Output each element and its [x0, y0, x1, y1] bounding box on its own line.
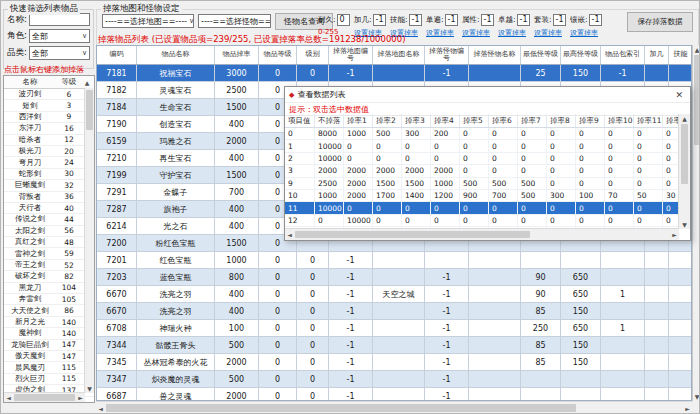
drop-table-column-header[interactable]: 物品包索引	[601, 46, 645, 64]
dialog-column-header[interactable]: 掉率12	[663, 114, 679, 127]
class-select[interactable]: 全部 ∨	[29, 46, 90, 60]
dialog-column-header[interactable]: 掉率9	[576, 114, 605, 127]
attribute-field-input[interactable]: -1	[589, 14, 602, 26]
scroll-left-icon[interactable]: ◄	[4, 394, 13, 401]
drop-table-column-header[interactable]: 最低怪等级	[521, 46, 561, 64]
item-list-row[interactable]: 天行者40	[4, 203, 94, 214]
drop-table-row[interactable]: 7344骷髅王骨头50000-1-185150	[97, 337, 691, 354]
drop-table-row[interactable]: 6670洗亮之羽40000-1天空之城-1906501	[97, 286, 691, 303]
drop-table-row[interactable]: 6687兽之灵魂200000-1-1	[97, 388, 691, 401]
drop-table-row[interactable]: 6670洗亮之羽40000-1-185150	[97, 303, 691, 320]
monster-select[interactable]: ----==选择怪物==---- ∨	[198, 14, 271, 28]
dialog-column-header[interactable]: 掉率11	[634, 114, 663, 127]
item-list-row[interactable]: 巨蜥魔剑32	[4, 180, 94, 191]
set-drop-rate-link[interactable]: 设置掉率	[570, 28, 603, 38]
drop-table-column-header[interactable]: 级别	[297, 46, 329, 64]
item-list-row[interactable]: 西洋剑9	[4, 112, 94, 123]
scroll-left-icon[interactable]: ◄	[96, 405, 105, 412]
drop-table-column-header[interactable]: 技能	[669, 46, 692, 64]
drop-table-column-header[interactable]: 掉落地图编号	[329, 46, 373, 64]
drop-table-column-header[interactable]: 掉落怪物编号	[425, 46, 469, 64]
item-list-row[interactable]: 东洋刀16	[4, 123, 94, 134]
item-list-row[interactable]: 破坏之剑82	[4, 271, 94, 282]
drop-table-column-header[interactable]: 物品掉率	[215, 46, 259, 64]
item-list-row[interactable]: 背叛者36	[4, 192, 94, 203]
drop-table-column-header[interactable]: 掉落地图名称	[373, 46, 425, 64]
item-list-row[interactable]: 短剑3	[4, 100, 94, 111]
item-list-row[interactable]: 蛇形剑30	[4, 169, 94, 180]
item-list-body[interactable]: 波刃剑6短剑3西洋剑9东洋刀16暗杀者12极光刀20弯月刀24蛇形剑30巨蜥魔剑…	[4, 89, 94, 403]
drop-table-column-header[interactable]: 物品等级	[259, 46, 297, 64]
item-list-row[interactable]: 暗杀者12	[4, 135, 94, 146]
drop-table-hscrollbar[interactable]: ◄ ►	[96, 401, 692, 414]
dialog-column-header[interactable]: 掉率10	[605, 114, 634, 127]
scroll-right-icon[interactable]: ►	[76, 394, 85, 401]
drop-table-row[interactable]: 7201红色宝瓶100000-1	[97, 252, 691, 269]
drop-table-row[interactable]: 7181祝福宝石300000-1-125150-1	[97, 65, 691, 82]
item-list-row[interactable]: 龙骑巨晶剑147	[4, 340, 94, 351]
dialog-column-header[interactable]: 掉率2	[373, 114, 402, 127]
item-list-vscrollbar[interactable]: ▼	[84, 88, 94, 393]
dialog-column-header[interactable]: 不掉落	[315, 114, 344, 127]
item-list-hscrollbar[interactable]: ◄ ►	[4, 392, 85, 402]
drop-table-column-header[interactable]: 掉落怪物名称	[469, 46, 521, 64]
item-list-row[interactable]: 新月之光140	[4, 317, 94, 328]
dialog-column-header[interactable]: 掉率6	[489, 114, 518, 127]
scroll-up-icon[interactable]: ▲	[82, 79, 92, 86]
dialog-column-header[interactable]: 掉率1	[344, 114, 373, 127]
item-list-row[interactable]: 传说之剑44	[4, 214, 94, 225]
scroll-down-icon[interactable]: ▼	[87, 384, 92, 393]
map-select[interactable]: ----==选择地图==---- ∨	[102, 14, 194, 28]
role-select[interactable]: 全部 ∨	[29, 29, 90, 43]
attribute-field-input[interactable]: -1	[553, 14, 566, 26]
drop-table-column-header[interactable]: 编码	[97, 46, 137, 64]
item-list-row[interactable]: 极光刀20	[4, 146, 94, 157]
item-list-row[interactable]: 真红之剑48	[4, 237, 94, 248]
set-drop-rate-link[interactable]: 设置掉率	[498, 28, 531, 38]
drop-table-row[interactable]: 7345丛林冠希泰的火花200000-1-185150	[97, 354, 691, 371]
item-list-row[interactable]: 傲天魔剑147	[4, 351, 94, 362]
save-drop-data-button[interactable]: 保存掉落数据	[627, 12, 693, 32]
attribute-field-input[interactable]: -1	[481, 14, 494, 26]
item-list-row[interactable]: 大天使之剑86	[4, 305, 94, 316]
item-list-row[interactable]: 黑龙刀104	[4, 283, 94, 294]
item-list-row[interactable]: 弯月刀24	[4, 157, 94, 168]
item-list-row[interactable]: 魔神剑140	[4, 328, 94, 339]
dialog-column-header[interactable]: 掉率3	[402, 114, 431, 127]
drop-table-vscrollbar[interactable]: ▲ ▼	[692, 45, 700, 401]
attribute-field-input[interactable]: -1	[517, 14, 530, 26]
dialog-row[interactable]: 1010002000170014001200900700500300100705…	[285, 190, 679, 202]
dialog-vscrollbar[interactable]: ▲ ▼	[678, 114, 690, 229]
drop-table-column-header[interactable]: 最高怪等级	[561, 46, 601, 64]
attribute-field-input[interactable]: -1	[445, 14, 458, 26]
dialog-column-header[interactable]: 掉率5	[460, 114, 489, 127]
drop-table-row[interactable]: 6708神瑞火种10000-1-12506501	[97, 320, 691, 337]
dialog-row[interactable]: 210000000000000000	[285, 153, 679, 165]
item-list-row[interactable]: 晨风魔刃115	[4, 362, 94, 373]
dialog-grid[interactable]: 项目值不掉落掉率1掉率2掉率3掉率4掉率5掉率6掉率7掉率8掉率9掉率10掉率1…	[285, 114, 679, 229]
scroll-up-icon[interactable]: ▲	[682, 114, 687, 123]
item-list-row[interactable]: 太阳之剑56	[4, 226, 94, 237]
item-list-row[interactable]: 帝王之剑52	[4, 260, 94, 271]
dialog-column-header[interactable]: 掉率7	[518, 114, 547, 127]
item-filter-list[interactable]: 名称 等级 ▲ 波刃剑6短剑3西洋剑9东洋刀16暗杀者12极光刀20弯月刀24蛇…	[3, 75, 95, 403]
scroll-right-icon[interactable]: ►	[683, 405, 692, 412]
dialog-column-header[interactable]: 掉率4	[431, 114, 460, 127]
set-drop-rate-link[interactable]: 设置掉率	[426, 28, 459, 38]
scroll-left-icon[interactable]: ◄	[285, 231, 294, 238]
dialog-column-header[interactable]: 掉率8	[547, 114, 576, 127]
attribute-field-input[interactable]: -1	[409, 14, 422, 26]
drop-table-column-header[interactable]: 物品名称	[137, 46, 215, 64]
dialog-row[interactable]: 110000000000000000	[285, 140, 679, 152]
dialog-hscrollbar[interactable]: ◄ ►	[285, 228, 679, 240]
item-list-row[interactable]: 奔雷剑105	[4, 294, 94, 305]
dialog-column-header[interactable]: 项目值	[285, 114, 315, 127]
dialog-row[interactable]: 32000200020002000200000000000	[285, 165, 679, 177]
dialog-row[interactable]: 1110000000000000000	[285, 202, 679, 214]
drop-table-row[interactable]: 7347炽炎魔的灵魂50000-1-1	[97, 371, 691, 388]
item-list-row[interactable]: 波刃剑6	[4, 89, 94, 100]
scroll-down-icon[interactable]: ▼	[695, 392, 700, 401]
dialog-row[interactable]: 1201000000000000000	[285, 215, 679, 227]
set-drop-rate-link[interactable]: 设置掉率	[534, 28, 567, 38]
scroll-right-icon[interactable]: ►	[670, 231, 679, 238]
